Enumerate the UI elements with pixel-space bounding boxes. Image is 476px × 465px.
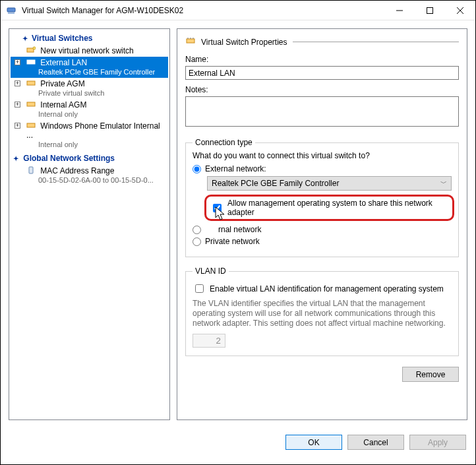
svg-rect-8 (27, 60, 35, 64)
vlan-legend: VLAN ID (193, 266, 229, 276)
tree-item-sublabel: Internal only (26, 109, 165, 119)
cancel-button[interactable]: Cancel (347, 435, 404, 450)
svg-rect-11 (27, 123, 35, 127)
tree-item-label: Internal AGM (40, 100, 86, 109)
tree-item-label: Private AGM (40, 79, 84, 88)
tree-item-sublabel: 00-15-5D-02-6A-00 to 00-15-5D-0... (26, 175, 165, 185)
app-icon (6, 5, 16, 16)
vlan-enable-row[interactable]: Enable virtual LAN identification for ma… (193, 282, 452, 295)
tree-item-label: External LAN (40, 58, 87, 67)
tree-header-label: Virtual Switches (32, 34, 92, 43)
window-title: Virtual Switch Manager for AGM-W10DESK02 (22, 6, 384, 15)
allow-mgmt-label: Allow management operating system to sha… (227, 199, 448, 217)
apply-button[interactable]: Apply (409, 435, 466, 450)
allow-mgmt-highlight: Allow management operating system to sha… (204, 195, 454, 221)
adapter-selected: Realtek PCIe GBE Family Controller (212, 179, 339, 188)
dialog-footer: OK Cancel Apply (1, 428, 475, 450)
minimize-button[interactable] (384, 1, 415, 20)
allow-mgmt-checkbox[interactable] (213, 204, 222, 212)
connection-question: What do you want to connect this virtual… (193, 151, 452, 160)
vlan-group: VLAN ID Enable virtual LAN identificatio… (185, 266, 459, 356)
radio-private-label: Private network (205, 237, 260, 246)
svg-rect-1 (8, 13, 15, 14)
vlan-description: The VLAN identifier specifies the virtua… (193, 299, 452, 328)
mac-icon (26, 166, 36, 174)
tree-item-external-lan[interactable]: + External LAN Realtek PCIe GBE Family C… (11, 57, 168, 78)
tree-pane: ✦ Virtual Switches New virtual network s… (9, 28, 170, 420)
radio-internal-input[interactable] (193, 226, 201, 234)
radio-external[interactable]: External network: (193, 164, 452, 173)
switch-icon (26, 58, 36, 66)
connection-legend: Connection type (193, 138, 255, 147)
content-area: ✦ Virtual Switches New virtual network s… (1, 20, 475, 428)
radio-external-label: External network: (205, 164, 266, 173)
section-title: Virtual Switch Properties (201, 38, 287, 47)
properties-pane: Virtual Switch Properties Name: Notes: C… (177, 28, 467, 420)
radio-internal-label: Internal network (205, 225, 261, 234)
tree-item-label: MAC Address Range (40, 166, 114, 175)
tree-item-mac-range[interactable]: MAC Address Range 00-15-5D-02-6A-00 to 0… (11, 165, 168, 186)
tree-item-private-agm[interactable]: + Private AGM Private virtual switch (11, 78, 168, 99)
expander-icon[interactable]: + (15, 80, 20, 86)
tree-item-sublabel: Realtek PCIe GBE Family Controller (26, 67, 165, 77)
radio-private[interactable]: Private network (193, 237, 452, 246)
svg-rect-3 (427, 7, 433, 13)
svg-rect-13 (187, 39, 194, 43)
svg-point-7 (33, 47, 36, 49)
adapter-dropdown[interactable]: Realtek PCIe GBE Family Controller ﹀ (207, 176, 452, 191)
tree-item-label: Windows Phone Emulator Internal ... (26, 121, 160, 140)
collapse-icon: ✦ (13, 155, 18, 162)
notes-field[interactable] (185, 96, 459, 127)
switch-icon (26, 79, 36, 87)
switch-icon (26, 121, 36, 129)
new-switch-icon (26, 46, 36, 54)
connection-type-group: Connection type What do you want to conn… (185, 138, 459, 257)
notes-label: Notes: (185, 85, 459, 94)
tree-new-switch[interactable]: New virtual network switch (11, 45, 168, 57)
svg-rect-12 (29, 167, 33, 173)
maximize-button[interactable] (415, 1, 445, 20)
tree-item-wp-emulator[interactable]: + Windows Phone Emulator Internal ... In… (11, 120, 168, 150)
expander-icon[interactable]: + (15, 123, 20, 129)
tree-header-label: Global Network Settings (23, 154, 115, 163)
titlebar: Virtual Switch Manager for AGM-W10DESK02 (1, 1, 475, 20)
radio-external-input[interactable] (193, 165, 201, 173)
switch-icon (26, 100, 36, 108)
expander-icon[interactable]: + (15, 102, 20, 108)
vlan-enable-checkbox[interactable] (195, 284, 204, 293)
remove-button[interactable]: Remove (402, 367, 459, 382)
radio-private-input[interactable] (193, 237, 201, 246)
svg-rect-10 (27, 102, 35, 106)
svg-rect-6 (27, 48, 34, 52)
svg-rect-9 (27, 81, 35, 85)
close-button[interactable] (445, 1, 475, 20)
ok-button[interactable]: OK (285, 435, 342, 450)
tree-item-sublabel: Private virtual switch (26, 88, 165, 98)
divider (293, 42, 460, 42)
tree-item-sublabel: Internal only (26, 140, 165, 149)
tree-header-global[interactable]: ✦ Global Network Settings (11, 152, 168, 165)
collapse-icon: ✦ (22, 35, 28, 42)
name-field[interactable] (185, 66, 459, 80)
properties-icon (185, 36, 196, 48)
chevron-down-icon: ﹀ (440, 179, 447, 188)
tree-item-internal-agm[interactable]: + Internal AGM Internal only (11, 99, 168, 120)
tree-header-switches[interactable]: ✦ Virtual Switches (11, 32, 168, 45)
vlan-enable-label: Enable virtual LAN identification for ma… (210, 284, 444, 294)
section-header: Virtual Switch Properties (185, 36, 459, 48)
expander-icon[interactable]: + (15, 59, 20, 65)
radio-internal[interactable]: Internal network (193, 225, 452, 234)
tree-item-label: New virtual network switch (40, 46, 133, 55)
name-label: Name: (185, 55, 459, 64)
vlan-id-field (193, 334, 225, 348)
svg-rect-0 (7, 8, 15, 12)
